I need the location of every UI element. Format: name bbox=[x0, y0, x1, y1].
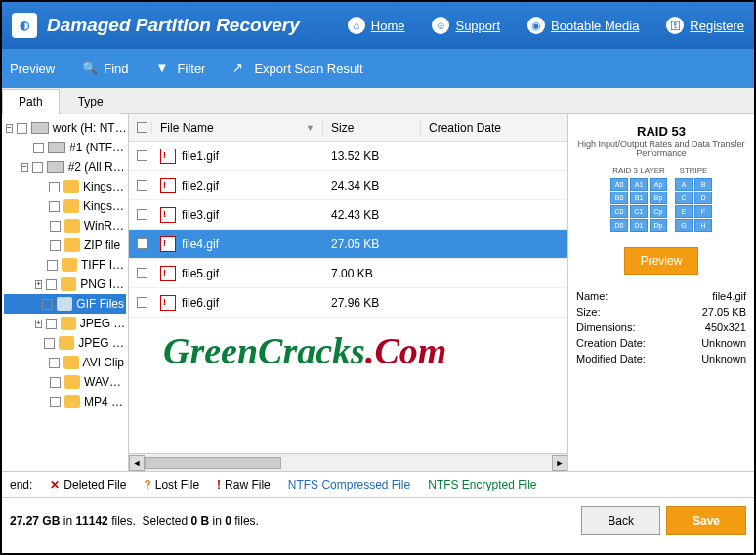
checkbox[interactable] bbox=[50, 397, 61, 407]
tree-label: Kings… bbox=[83, 199, 124, 213]
file-size: 42.43 KB bbox=[323, 208, 421, 222]
back-button[interactable]: Back bbox=[581, 506, 660, 535]
preview-title: RAID 53 bbox=[576, 124, 746, 139]
scroll-left-icon[interactable]: ◄ bbox=[129, 455, 145, 471]
tree-item[interactable]: Kings… bbox=[4, 196, 126, 216]
expand-icon[interactable]: + bbox=[35, 320, 42, 328]
checkbox[interactable] bbox=[50, 377, 61, 388]
tree-label: JPEG … bbox=[80, 317, 126, 330]
tree-label: ZIP file bbox=[84, 238, 120, 252]
preview-label: Preview bbox=[10, 62, 55, 76]
expand-icon[interactable]: + bbox=[35, 280, 42, 289]
checkbox[interactable] bbox=[46, 319, 57, 329]
checkbox[interactable] bbox=[33, 143, 44, 153]
column-checkbox[interactable] bbox=[129, 122, 152, 133]
tree-label: PNG I… bbox=[80, 278, 124, 291]
legend-bar: end: ✕Deleted File ?Lost File !Raw File … bbox=[2, 471, 754, 497]
checkbox[interactable] bbox=[47, 260, 58, 271]
checkbox[interactable] bbox=[17, 123, 27, 134]
tree-item[interactable]: −work (H: NT… bbox=[4, 118, 126, 138]
tree-item[interactable]: −#2 (All R… bbox=[4, 157, 126, 177]
preview-button-panel[interactable]: Preview bbox=[624, 247, 699, 275]
table-row[interactable]: file5.gif7.00 KB bbox=[129, 259, 567, 288]
tree-item[interactable]: +JPEG … bbox=[4, 314, 126, 333]
meta-row: Name:file4.gif bbox=[576, 288, 746, 304]
row-checkbox[interactable] bbox=[137, 268, 147, 278]
tree-item[interactable]: WAV… bbox=[4, 372, 126, 392]
checkbox[interactable] bbox=[50, 240, 61, 251]
checkbox[interactable] bbox=[46, 279, 57, 290]
tab-path[interactable]: Path bbox=[2, 89, 60, 114]
export-icon: ↗ bbox=[232, 61, 248, 76]
folder-icon bbox=[61, 278, 76, 291]
tree-item[interactable]: GIF Files bbox=[4, 294, 126, 314]
tree-item[interactable]: JPEG … bbox=[4, 333, 126, 353]
tree-label: WinR… bbox=[84, 219, 124, 233]
tree-item[interactable]: AVI Clip bbox=[4, 353, 126, 372]
legend-raw: !Raw File bbox=[217, 478, 271, 491]
tree-item[interactable]: ZIP file bbox=[4, 235, 126, 255]
row-checkbox[interactable] bbox=[137, 297, 147, 308]
tree-item[interactable]: +PNG I… bbox=[4, 275, 126, 294]
row-checkbox[interactable] bbox=[137, 238, 147, 249]
tree-item[interactable]: MP4 … bbox=[4, 392, 126, 411]
nav-registered[interactable]: ⚿Registere bbox=[666, 17, 744, 34]
nav-support[interactable]: ☺Support bbox=[432, 17, 500, 34]
column-filename[interactable]: File Name▼ bbox=[152, 121, 323, 135]
checkbox[interactable] bbox=[50, 221, 61, 232]
find-button[interactable]: 🔍Find bbox=[82, 61, 128, 76]
meta-row: Creation Date:Unknown bbox=[576, 335, 746, 351]
checkbox[interactable] bbox=[42, 299, 53, 310]
folder-icon bbox=[63, 356, 79, 369]
gif-file-icon bbox=[160, 178, 176, 193]
table-row[interactable]: file2.gif24.34 KB bbox=[129, 171, 567, 200]
checkbox[interactable] bbox=[32, 162, 43, 173]
checkbox[interactable] bbox=[44, 338, 55, 349]
scroll-thumb[interactable] bbox=[145, 457, 281, 469]
save-button[interactable]: Save bbox=[666, 506, 746, 535]
app-title: Damaged Partition Recovery bbox=[47, 15, 300, 36]
tree-label: work (H: NT… bbox=[53, 121, 126, 135]
preview-button[interactable]: Preview bbox=[10, 62, 55, 76]
tree-label: TIFF I… bbox=[81, 258, 124, 272]
tree-label: #2 (All R… bbox=[68, 160, 125, 174]
collapse-icon[interactable]: − bbox=[21, 163, 28, 172]
horizontal-scrollbar[interactable]: ◄ ► bbox=[129, 453, 567, 471]
table-row[interactable]: file4.gif27.05 KB bbox=[129, 230, 567, 259]
export-label: Export Scan Result bbox=[254, 62, 362, 76]
support-icon: ☺ bbox=[432, 17, 449, 34]
drive-icon bbox=[48, 142, 65, 153]
checkbox[interactable] bbox=[49, 182, 60, 192]
filter-label: Filter bbox=[178, 62, 206, 76]
row-checkbox[interactable] bbox=[137, 180, 147, 191]
checkbox[interactable] bbox=[49, 358, 60, 368]
tab-bar: Path Type bbox=[2, 88, 754, 114]
scroll-right-icon[interactable]: ► bbox=[552, 455, 567, 471]
column-size[interactable]: Size bbox=[323, 121, 421, 135]
tree-item[interactable]: TIFF I… bbox=[4, 255, 126, 275]
collapse-icon[interactable]: − bbox=[6, 124, 13, 133]
table-row[interactable]: file3.gif42.43 KB bbox=[129, 200, 567, 230]
checkbox[interactable] bbox=[49, 201, 60, 212]
file-name: file1.gif bbox=[182, 149, 219, 163]
folder-icon bbox=[64, 375, 80, 389]
row-checkbox[interactable] bbox=[137, 209, 147, 220]
tab-type[interactable]: Type bbox=[62, 89, 120, 114]
nav-home[interactable]: ⌂Home bbox=[348, 17, 405, 34]
tree-item[interactable]: Kings… bbox=[4, 177, 126, 196]
tree-item[interactable]: WinR… bbox=[4, 216, 126, 235]
filter-button[interactable]: ▼Filter bbox=[156, 61, 206, 76]
tree-item[interactable]: #1 (NTF… bbox=[4, 138, 126, 157]
export-button[interactable]: ↗Export Scan Result bbox=[232, 61, 362, 76]
row-checkbox[interactable] bbox=[137, 150, 147, 161]
table-row[interactable]: file6.gif27.96 KB bbox=[129, 288, 567, 318]
tree-label: AVI Clip bbox=[83, 356, 124, 369]
folder-tree[interactable]: −work (H: NT…#1 (NTF…−#2 (All R…Kings…Ki… bbox=[2, 114, 129, 471]
question-icon: ? bbox=[144, 478, 150, 491]
meta-row: Dimensions:450x321 bbox=[576, 320, 746, 335]
table-row[interactable]: file1.gif13.52 KB bbox=[129, 142, 567, 171]
nav-bootable-media[interactable]: ◉Bootable Media bbox=[527, 17, 639, 34]
file-metadata: Name:file4.gifSize:27.05 KBDimensions:45… bbox=[576, 288, 746, 366]
tree-label: #1 (NTF… bbox=[69, 141, 124, 154]
column-creation-date[interactable]: Creation Date bbox=[421, 121, 567, 135]
